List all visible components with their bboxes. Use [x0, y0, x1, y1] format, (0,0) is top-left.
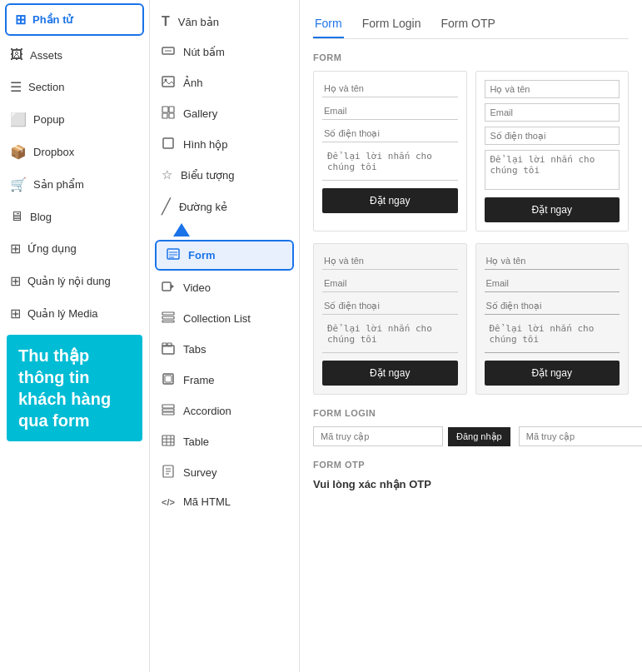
otp-text: Vui lòng xác nhận OTP [313, 478, 629, 490]
sidebar-item-ung-dung[interactable]: ⊞ Ứng dụng [0, 232, 149, 265]
login-input-left[interactable] [313, 426, 443, 446]
field-phone-right-1[interactable] [485, 127, 620, 145]
mid-item-collection-list[interactable]: Collection List [150, 303, 299, 334]
login-box-right: Đăng nhập [519, 426, 642, 446]
form-box-right-1: Đặt ngay [475, 71, 630, 231]
field-message-left-1[interactable] [322, 147, 458, 181]
mid-item-bieu-tuong[interactable]: ☆ Biểu tượng [150, 160, 299, 190]
sidebar-item-section[interactable]: ☰ Section [0, 71, 149, 103]
qlnc-icon: ⊞ [10, 273, 21, 289]
mid-item-form[interactable]: Form [155, 240, 294, 271]
svg-rect-5 [169, 107, 174, 112]
mid-item-hinh-hop[interactable]: Hình hộp [150, 129, 299, 160]
nut-bam-icon [162, 44, 175, 60]
mid-item-gallery[interactable]: Gallery [150, 98, 299, 129]
field-message-right-1[interactable] [485, 150, 620, 190]
frame-icon [162, 372, 175, 388]
sidebar-item-assets[interactable]: 🖼 Assets [0, 39, 149, 71]
sidebar-item-quan-ly-media[interactable]: ⊞ Quản lý Media [0, 297, 149, 330]
svg-rect-2 [162, 77, 174, 87]
login-box-left: Đăng nhập [313, 426, 510, 446]
table-icon [162, 434, 175, 450]
form-login-divider: FORM LOGIN [313, 408, 629, 418]
survey-icon [162, 465, 175, 480]
field-name-left-1[interactable] [322, 80, 458, 97]
form-box-left-1: Đặt ngay [313, 71, 467, 231]
field-name-right-1[interactable] [485, 80, 620, 98]
tab-form-otp[interactable]: Form OTP [439, 12, 496, 38]
mid-item-tabs[interactable]: Tabs [150, 334, 299, 365]
field-email-left-2[interactable] [322, 275, 458, 292]
form-login-row: Đăng nhập Đăng nhập [313, 426, 629, 446]
svg-marker-14 [171, 284, 174, 289]
field-name-left-2[interactable] [322, 252, 458, 270]
svg-rect-23 [162, 405, 174, 408]
sidebar-item-dropbox[interactable]: 📦 Dropbox [0, 136, 149, 168]
mid-item-video[interactable]: Video [150, 272, 299, 303]
san-pham-icon: 🛒 [10, 177, 27, 192]
svg-rect-26 [162, 436, 174, 446]
ung-dung-icon: ⊞ [10, 241, 21, 256]
video-icon [162, 280, 175, 296]
svg-rect-4 [162, 107, 168, 112]
accordion-icon [162, 403, 175, 419]
form-preview-row-1: Đặt ngay Đặt ngay [313, 71, 629, 231]
form-otp-section-label: FORM OTP [313, 460, 629, 470]
login-btn-left[interactable]: Đăng nhập [448, 427, 510, 446]
svg-rect-7 [169, 113, 174, 118]
field-email-left-1[interactable] [322, 102, 458, 120]
qlm-icon: ⊞ [10, 306, 21, 321]
sidebar-item-quan-ly-noi-dung[interactable]: ⊞ Quản lý nội dung [0, 265, 149, 297]
form-preview-row-2: Đặt ngay Đặt ngay [313, 243, 629, 395]
sidebar-left: ⊞ Phần tử 🖼 Assets ☰ Section ⬜ Popup 📦 D… [0, 0, 150, 672]
collection-list-icon [162, 311, 175, 326]
form-box-left-2: Đặt ngay [313, 243, 467, 395]
form-login-section-label: FORM LOGIN [313, 408, 629, 418]
field-message-right-2[interactable] [485, 320, 620, 353]
mid-item-duong-ke[interactable]: ╱ Đường kẻ [150, 190, 299, 223]
van-ban-icon: T [162, 14, 170, 29]
sidebar-item-phan-tu[interactable]: ⊞ Phần tử [5, 3, 144, 36]
btn-dat-ngay-right-2[interactable]: Đặt ngay [485, 361, 620, 386]
btn-dat-ngay-right-1[interactable]: Đặt ngay [485, 197, 620, 222]
svg-rect-22 [165, 376, 172, 382]
tabs-icon [162, 341, 175, 357]
field-name-right-2[interactable] [485, 252, 620, 270]
grid-icon: ⊞ [15, 12, 26, 27]
svg-rect-17 [162, 321, 174, 322]
field-phone-left-1[interactable] [322, 125, 458, 142]
mid-item-table[interactable]: Table [150, 426, 299, 457]
sidebar-item-popup[interactable]: ⬜ Popup [0, 103, 149, 136]
tab-form-login[interactable]: Form Login [361, 12, 423, 38]
mid-item-van-ban[interactable]: T Văn bản [150, 7, 299, 37]
tab-form[interactable]: Form [313, 12, 344, 38]
mid-item-anh[interactable]: Ảnh [150, 67, 299, 98]
btn-dat-ngay-left-2[interactable]: Đặt ngay [322, 361, 458, 386]
popup-icon: ⬜ [10, 112, 27, 127]
field-email-right-1[interactable] [485, 103, 620, 122]
form-otp-divider: FORM OTP [313, 460, 629, 470]
form-box-right-2: Đặt ngay [475, 243, 630, 395]
tab-bar: Form Form Login Form OTP [313, 12, 629, 39]
field-phone-left-2[interactable] [322, 297, 458, 315]
field-message-left-2[interactable] [322, 320, 458, 353]
svg-rect-8 [163, 138, 173, 148]
form-icon [167, 247, 180, 263]
mid-item-accordion[interactable]: Accordion [150, 396, 299, 426]
anh-icon [162, 75, 175, 91]
mid-item-ma-html[interactable]: </> Mã HTML [150, 488, 299, 515]
sidebar-item-san-pham[interactable]: 🛒 Sản phẩm [0, 168, 149, 201]
mid-item-frame[interactable]: Frame [150, 365, 299, 396]
login-input-right[interactable] [519, 426, 642, 446]
sidebar-item-blog[interactable]: 🖥 Blog [0, 201, 149, 232]
field-phone-right-2[interactable] [485, 297, 620, 315]
svg-rect-15 [162, 312, 174, 315]
svg-rect-24 [162, 409, 174, 411]
gallery-icon [162, 106, 175, 122]
svg-rect-25 [162, 412, 174, 415]
mid-item-nut-bam[interactable]: Nút bấm [150, 37, 299, 67]
form-section-label: FORM [313, 52, 629, 62]
btn-dat-ngay-left-1[interactable]: Đặt ngay [322, 188, 458, 213]
field-email-right-2[interactable] [485, 275, 620, 292]
mid-item-survey[interactable]: Survey [150, 457, 299, 488]
